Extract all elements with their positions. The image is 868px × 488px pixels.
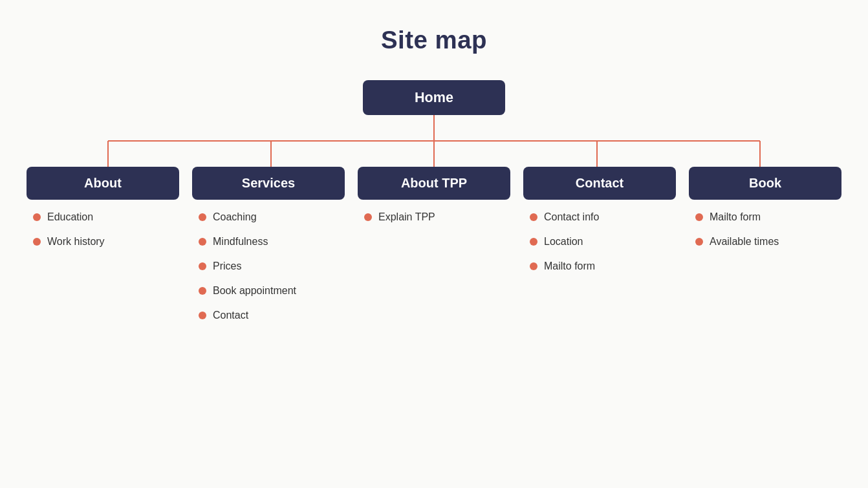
services-node: Services: [192, 167, 345, 200]
bullet-icon: [530, 213, 537, 221]
bullet-icon: [199, 262, 206, 270]
about-node: About: [27, 167, 179, 200]
bullet-icon: [199, 238, 206, 246]
about-tpp-list: Explain TPP: [358, 211, 510, 236]
list-item-label: Contact: [213, 310, 248, 321]
bullet-icon: [33, 238, 41, 246]
book-list: Mailto form Available times: [689, 211, 841, 260]
contact-list: Contact info Location Mailto form: [523, 211, 676, 285]
child-col-about-tpp: About TPP Explain TPP: [358, 167, 510, 236]
child-col-contact: Contact Contact info Location Mailto for…: [523, 167, 676, 285]
contact-node: Contact: [523, 167, 676, 200]
list-item: Location: [530, 236, 676, 248]
list-item-label: Location: [544, 236, 583, 248]
bullet-icon: [199, 287, 206, 295]
list-item-label: Explain TPP: [378, 211, 435, 223]
bullet-icon: [695, 213, 703, 221]
book-node: Book: [689, 167, 841, 200]
list-item: Prices: [199, 260, 345, 272]
connector-area: [27, 115, 841, 167]
about-list: Education Work history: [27, 211, 179, 260]
sitemap-container: Home About Education: [27, 80, 841, 334]
bullet-icon: [199, 312, 206, 319]
list-item-label: Education: [47, 211, 93, 223]
child-col-about: About Education Work history: [27, 167, 179, 260]
list-item-label: Coaching: [213, 211, 257, 223]
bullet-icon: [530, 262, 537, 270]
page-title: Site map: [381, 26, 487, 54]
list-item: Available times: [695, 236, 841, 248]
bullet-icon: [199, 213, 206, 221]
bullet-icon: [364, 213, 372, 221]
list-item: Book appointment: [199, 285, 345, 297]
list-item: Work history: [33, 236, 179, 248]
list-item: Education: [33, 211, 179, 223]
list-item-label: Mailto form: [544, 260, 595, 272]
list-item-label: Work history: [47, 236, 105, 248]
list-item: Contact info: [530, 211, 676, 223]
list-item: Mailto form: [695, 211, 841, 223]
bullet-icon: [695, 238, 703, 246]
connector-svg: [27, 115, 841, 167]
children-row: About Education Work history Services Co…: [27, 167, 841, 334]
list-item-label: Mindfulness: [213, 236, 268, 248]
list-item: Mindfulness: [199, 236, 345, 248]
list-item-label: Prices: [213, 260, 241, 272]
home-row: Home: [27, 80, 841, 115]
list-item-label: Book appointment: [213, 285, 296, 297]
list-item-label: Contact info: [544, 211, 599, 223]
child-col-book: Book Mailto form Available times: [689, 167, 841, 260]
bullet-icon: [530, 238, 537, 246]
list-item-label: Mailto form: [710, 211, 761, 223]
services-list: Coaching Mindfulness Prices Book appoint…: [192, 211, 345, 334]
bullet-icon: [33, 213, 41, 221]
about-tpp-node: About TPP: [358, 167, 510, 200]
list-item: Contact: [199, 310, 345, 321]
list-item: Explain TPP: [364, 211, 510, 223]
child-col-services: Services Coaching Mindfulness Prices Boo…: [192, 167, 345, 334]
home-node: Home: [363, 80, 505, 115]
list-item-label: Available times: [710, 236, 779, 248]
list-item: Coaching: [199, 211, 345, 223]
list-item: Mailto form: [530, 260, 676, 272]
